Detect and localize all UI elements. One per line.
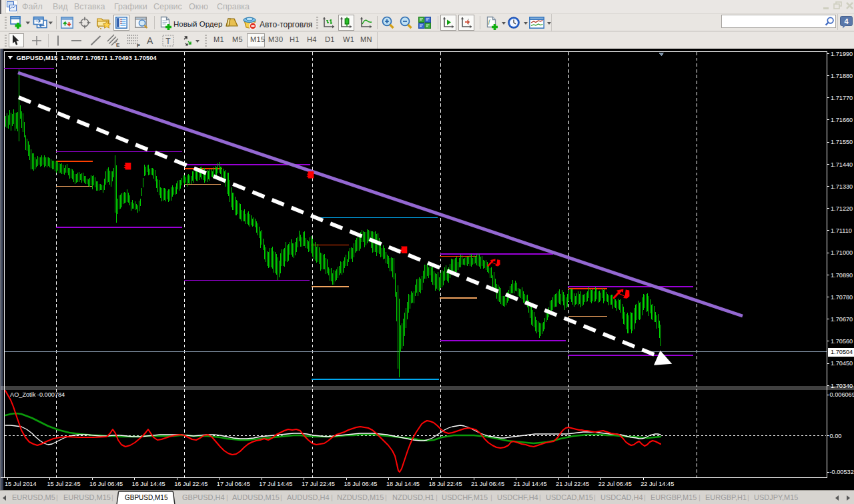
svg-text:0.006069: 0.006069: [830, 391, 854, 398]
svg-text:15 Jul 2014: 15 Jul 2014: [5, 481, 37, 487]
svg-text:21 Jul 06:45: 21 Jul 06:45: [471, 481, 504, 487]
svg-text:1.70890: 1.70890: [831, 272, 853, 279]
svg-text:17 Jul 22:45: 17 Jul 22:45: [302, 481, 335, 487]
svg-text:18 Jul 22:45: 18 Jul 22:45: [429, 481, 462, 487]
svg-text:4: 4: [844, 17, 849, 25]
svg-text:1.70504: 1.70504: [831, 349, 853, 355]
svg-text:1.70560: 1.70560: [831, 338, 853, 345]
svg-text:22 Jul 14:45: 22 Jul 14:45: [640, 481, 674, 487]
svg-text:1.70567 1.70571 1.70493 1.7050: 1.70567 1.70571 1.70493 1.70504: [61, 55, 157, 61]
svg-text:F: F: [137, 43, 140, 48]
svg-text:17 Jul 06:45: 17 Jul 06:45: [217, 481, 250, 487]
svg-text:GBPUSD,M15: GBPUSD,M15: [17, 55, 58, 61]
svg-text:0.00: 0.00: [830, 433, 842, 439]
svg-text:16 Jul 22:45: 16 Jul 22:45: [174, 481, 207, 487]
svg-text:1.71990: 1.71990: [831, 51, 853, 57]
svg-text:21 Jul 14:45: 21 Jul 14:45: [514, 481, 547, 487]
svg-text:17 Jul 14:45: 17 Jul 14:45: [259, 481, 292, 487]
svg-text:-0.00532: -0.00532: [830, 469, 854, 475]
svg-text:1.71660: 1.71660: [831, 117, 853, 123]
svg-text:1.71110: 1.71110: [831, 227, 852, 234]
svg-text:21 Jul 22:45: 21 Jul 22:45: [556, 481, 589, 487]
svg-text:18 Jul 14:45: 18 Jul 14:45: [386, 481, 420, 487]
svg-text:E: E: [116, 42, 120, 47]
svg-text:15 Jul 22:45: 15 Jul 22:45: [47, 481, 81, 487]
svg-text:1.71330: 1.71330: [831, 183, 853, 190]
svg-text:16 Jul 06:45: 16 Jul 06:45: [89, 481, 123, 487]
svg-text:1.71880: 1.71880: [831, 73, 853, 79]
svg-text:1.71220: 1.71220: [831, 205, 853, 212]
svg-text:18 Jul 06:45: 18 Jul 06:45: [344, 481, 377, 487]
svg-text:T: T: [165, 37, 171, 46]
svg-text:AO_Zotik -0.000784: AO_Zotik -0.000784: [10, 391, 65, 398]
svg-text:16 Jul 14:45: 16 Jul 14:45: [132, 481, 165, 487]
svg-text:1.71550: 1.71550: [831, 139, 853, 145]
svg-text:1.70780: 1.70780: [831, 294, 853, 301]
svg-text:1.70450: 1.70450: [831, 360, 853, 367]
svg-text:1.70340: 1.70340: [831, 383, 853, 389]
svg-text:22 Jul 06:45: 22 Jul 06:45: [598, 481, 632, 487]
svg-text:1.71440: 1.71440: [831, 161, 853, 168]
svg-text:1.71000: 1.71000: [831, 249, 853, 256]
svg-text:1.70670: 1.70670: [831, 316, 853, 323]
svg-text:1.71770: 1.71770: [831, 95, 853, 101]
